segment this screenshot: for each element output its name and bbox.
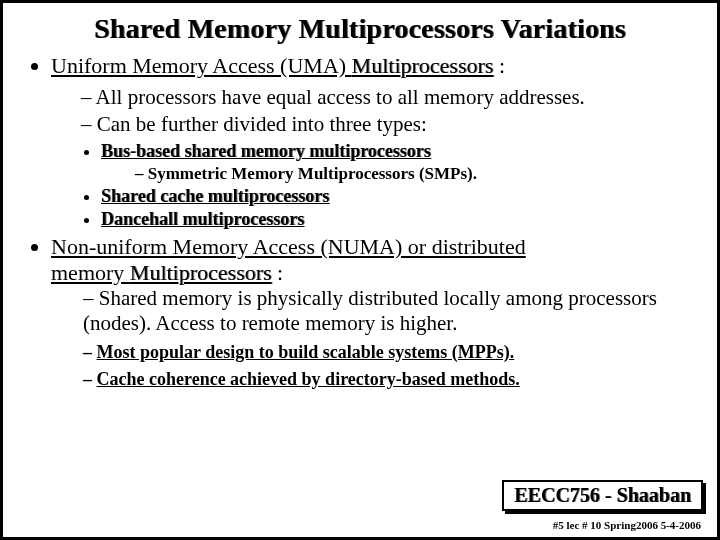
- uma-head-suffix: :: [493, 53, 505, 78]
- uma-t3-text: Dancehall multiprocessors: [101, 209, 304, 229]
- uma-head-word: Multiprocessors: [352, 53, 494, 78]
- uma-t1-text: Bus-based shared memory multiprocessors: [101, 141, 431, 161]
- numa-line2-word: Multiprocessors: [130, 260, 272, 285]
- uma-item: Uniform Memory Access (UMA) Multiprocess…: [51, 53, 703, 230]
- slide-title: Shared Memory Multiprocessors Variations: [17, 13, 703, 45]
- numa-p3-text: Cache coherence achieved by directory-ba…: [97, 369, 520, 389]
- footer-small: #5 lec # 10 Spring2006 5-4-2006: [553, 519, 701, 531]
- numa-p3: Cache coherence achieved by directory-ba…: [83, 369, 703, 390]
- footer-box: EECC756 - Shaaban: [502, 480, 703, 511]
- numa-line2-suffix: :: [272, 260, 284, 285]
- uma-points: All processors have equal access to all …: [51, 85, 703, 137]
- uma-p2: Can be further divided into three types:: [81, 112, 703, 137]
- numa-line2-prefix: memory: [51, 260, 130, 285]
- uma-t1: Bus-based shared memory multiprocessors …: [101, 141, 703, 184]
- numa-line1: Non-uniform Memory Access (NUMA) or dist…: [51, 234, 526, 259]
- slide: Shared Memory Multiprocessors Variations…: [0, 0, 720, 540]
- uma-types: Bus-based shared memory multiprocessors …: [51, 141, 703, 230]
- numa-sub1: Shared memory is physically distributed …: [51, 286, 703, 336]
- numa-bold-list: Most popular design to build scalable sy…: [51, 342, 703, 390]
- uma-t3: Dancehall multiprocessors: [101, 209, 703, 230]
- uma-head-prefix: Uniform Memory Access (UMA): [51, 53, 352, 78]
- numa-p2-text: Most popular design to build scalable sy…: [97, 342, 515, 362]
- numa-p2: Most popular design to build scalable sy…: [83, 342, 703, 363]
- uma-t1-sub: Symmetric Memory Multiprocessors (SMPs).: [101, 164, 703, 184]
- uma-t2: Shared cache multiprocessors: [101, 186, 703, 207]
- uma-t2-text: Shared cache multiprocessors: [101, 186, 329, 206]
- numa-p1: Shared memory is physically distributed …: [83, 286, 703, 336]
- numa-item: Non-uniform Memory Access (NUMA) or dist…: [51, 234, 703, 390]
- top-list: Uniform Memory Access (UMA) Multiprocess…: [17, 53, 703, 390]
- uma-p1: All processors have equal access to all …: [81, 85, 703, 110]
- uma-t1-sub-text: Symmetric Memory Multiprocessors (SMPs).: [135, 164, 703, 184]
